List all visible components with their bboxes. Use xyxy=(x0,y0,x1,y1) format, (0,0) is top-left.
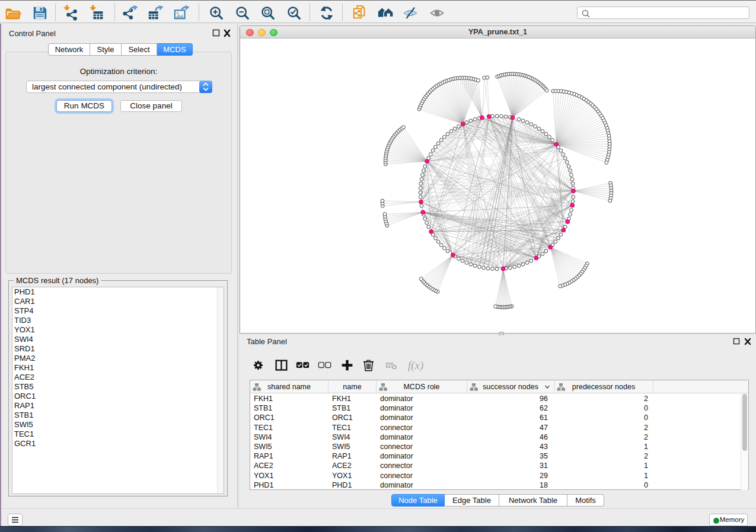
svg-text:f(x): f(x) xyxy=(408,359,423,372)
